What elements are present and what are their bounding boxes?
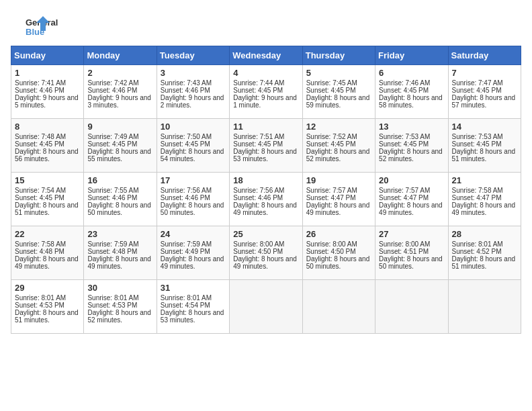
sunset-text: Sunset: 4:53 PM <box>15 302 64 309</box>
calendar-cell: 26Sunrise: 8:00 AMSunset: 4:50 PMDayligh… <box>302 226 375 280</box>
calendar-cell: 21Sunrise: 7:58 AMSunset: 4:47 PMDayligh… <box>448 173 521 226</box>
weekday-header-wednesday: Wednesday <box>230 46 302 65</box>
sunrise-text: Sunrise: 8:00 AM <box>306 240 357 248</box>
sunset-text: Sunset: 4:45 PM <box>379 140 429 148</box>
daylight-text: Daylight: 8 hours and 49 minutes. <box>233 255 297 270</box>
sunrise-text: Sunrise: 7:41 AM <box>15 79 66 87</box>
day-number: 24 <box>161 229 226 239</box>
sunset-text: Sunset: 4:46 PM <box>87 194 137 201</box>
calendar-cell: 31Sunrise: 8:01 AMSunset: 4:54 PMDayligh… <box>157 280 229 334</box>
calendar-cell <box>230 280 302 334</box>
daylight-text: Daylight: 8 hours and 49 minutes. <box>452 201 516 216</box>
daylight-text: Daylight: 8 hours and 58 minutes. <box>379 94 443 109</box>
sunset-text: Sunset: 4:51 PM <box>379 248 429 255</box>
sunrise-text: Sunrise: 7:46 AM <box>379 79 430 87</box>
day-number: 1 <box>15 68 80 78</box>
calendar-cell: 5Sunrise: 7:45 AMSunset: 4:45 PMDaylight… <box>302 65 375 119</box>
sunrise-text: Sunrise: 7:42 AM <box>87 79 138 87</box>
sunset-text: Sunset: 4:47 PM <box>379 194 429 201</box>
weekday-header-monday: Monday <box>84 46 157 65</box>
sunrise-text: Sunrise: 7:58 AM <box>452 187 503 194</box>
calendar-body: 1Sunrise: 7:41 AMSunset: 4:46 PMDaylight… <box>11 65 521 334</box>
calendar-cell: 15Sunrise: 7:54 AMSunset: 4:45 PMDayligh… <box>11 173 84 226</box>
daylight-text: Daylight: 8 hours and 49 minutes. <box>87 255 151 270</box>
daylight-text: Daylight: 8 hours and 56 minutes. <box>15 148 79 163</box>
day-number: 17 <box>161 175 226 185</box>
day-number: 10 <box>161 122 226 132</box>
sunset-text: Sunset: 4:45 PM <box>161 140 210 148</box>
sunset-text: Sunset: 4:46 PM <box>161 194 210 201</box>
day-number: 6 <box>379 68 444 78</box>
sunset-text: Sunset: 4:45 PM <box>15 194 64 201</box>
calendar-week-2: 8Sunrise: 7:48 AMSunset: 4:45 PMDaylight… <box>11 119 521 173</box>
day-number: 30 <box>87 283 152 293</box>
daylight-text: Daylight: 8 hours and 49 minutes. <box>379 201 443 216</box>
daylight-text: Daylight: 8 hours and 59 minutes. <box>306 94 370 109</box>
sunrise-text: Sunrise: 7:55 AM <box>87 187 138 194</box>
calendar-cell: 29Sunrise: 8:01 AMSunset: 4:53 PMDayligh… <box>11 280 84 334</box>
calendar-week-1: 1Sunrise: 7:41 AMSunset: 4:46 PMDaylight… <box>11 65 521 119</box>
calendar-cell: 30Sunrise: 8:01 AMSunset: 4:53 PMDayligh… <box>84 280 157 334</box>
daylight-text: Daylight: 8 hours and 51 minutes. <box>452 255 516 270</box>
day-number: 28 <box>452 229 517 239</box>
day-number: 31 <box>161 283 226 293</box>
sunset-text: Sunset: 4:45 PM <box>306 87 356 94</box>
daylight-text: Daylight: 8 hours and 50 minutes. <box>161 201 224 216</box>
calendar-cell: 27Sunrise: 8:00 AMSunset: 4:51 PMDayligh… <box>375 226 448 280</box>
sunrise-text: Sunrise: 7:49 AM <box>87 133 138 140</box>
day-number: 16 <box>87 175 152 185</box>
sunrise-text: Sunrise: 7:54 AM <box>15 187 66 194</box>
sunset-text: Sunset: 4:46 PM <box>87 87 137 94</box>
sunset-text: Sunset: 4:46 PM <box>233 194 283 201</box>
sunset-text: Sunset: 4:45 PM <box>15 140 64 148</box>
calendar-cell <box>302 280 375 334</box>
calendar-cell: 18Sunrise: 7:56 AMSunset: 4:46 PMDayligh… <box>230 173 302 226</box>
daylight-text: Daylight: 8 hours and 51 minutes. <box>15 309 79 324</box>
day-number: 23 <box>87 229 152 239</box>
logo-icon: General Blue <box>11 11 64 38</box>
sunrise-text: Sunrise: 7:52 AM <box>306 133 357 140</box>
sunrise-text: Sunrise: 8:01 AM <box>452 240 503 248</box>
daylight-text: Daylight: 8 hours and 55 minutes. <box>87 148 151 163</box>
sunrise-text: Sunrise: 7:53 AM <box>379 133 430 140</box>
weekday-header-friday: Friday <box>375 46 448 65</box>
sunset-text: Sunset: 4:48 PM <box>87 248 137 255</box>
daylight-text: Daylight: 8 hours and 49 minutes. <box>306 201 370 216</box>
sunrise-text: Sunrise: 7:45 AM <box>306 79 357 87</box>
daylight-text: Daylight: 9 hours and 2 minutes. <box>161 94 224 109</box>
day-number: 26 <box>306 229 371 239</box>
sunset-text: Sunset: 4:46 PM <box>161 87 210 94</box>
calendar-cell: 17Sunrise: 7:56 AMSunset: 4:46 PMDayligh… <box>157 173 229 226</box>
day-number: 29 <box>15 283 80 293</box>
daylight-text: Daylight: 9 hours and 1 minute. <box>233 94 297 109</box>
logo: General Blue <box>11 11 67 38</box>
daylight-text: Daylight: 8 hours and 52 minutes. <box>306 148 370 163</box>
sunset-text: Sunset: 4:45 PM <box>233 87 283 94</box>
daylight-text: Daylight: 8 hours and 53 minutes. <box>161 309 224 324</box>
sunrise-text: Sunrise: 8:01 AM <box>15 294 66 302</box>
day-number: 19 <box>306 175 371 185</box>
sunset-text: Sunset: 4:45 PM <box>379 87 429 94</box>
day-number: 9 <box>87 122 152 132</box>
sunset-text: Sunset: 4:45 PM <box>306 140 356 148</box>
daylight-text: Daylight: 8 hours and 50 minutes. <box>379 255 443 270</box>
weekday-header-tuesday: Tuesday <box>157 46 229 65</box>
day-number: 12 <box>306 122 371 132</box>
sunrise-text: Sunrise: 7:59 AM <box>87 240 138 248</box>
calendar-cell: 19Sunrise: 7:57 AMSunset: 4:47 PMDayligh… <box>302 173 375 226</box>
sunset-text: Sunset: 4:50 PM <box>306 248 356 255</box>
calendar-cell: 11Sunrise: 7:51 AMSunset: 4:45 PMDayligh… <box>230 119 302 173</box>
calendar-cell: 4Sunrise: 7:44 AMSunset: 4:45 PMDaylight… <box>230 65 302 119</box>
calendar-cell: 25Sunrise: 8:00 AMSunset: 4:50 PMDayligh… <box>230 226 302 280</box>
day-number: 5 <box>306 68 371 78</box>
page-header: General Blue <box>11 11 521 38</box>
day-number: 14 <box>452 122 517 132</box>
sunrise-text: Sunrise: 7:57 AM <box>306 187 357 194</box>
calendar-cell: 2Sunrise: 7:42 AMSunset: 4:46 PMDaylight… <box>84 65 157 119</box>
calendar-header-row: SundayMondayTuesdayWednesdayThursdayFrid… <box>11 46 521 65</box>
daylight-text: Daylight: 8 hours and 53 minutes. <box>233 148 297 163</box>
calendar-week-3: 15Sunrise: 7:54 AMSunset: 4:45 PMDayligh… <box>11 173 521 226</box>
calendar-cell: 7Sunrise: 7:47 AMSunset: 4:45 PMDaylight… <box>448 65 521 119</box>
sunrise-text: Sunrise: 7:58 AM <box>15 240 66 248</box>
day-number: 3 <box>161 68 226 78</box>
